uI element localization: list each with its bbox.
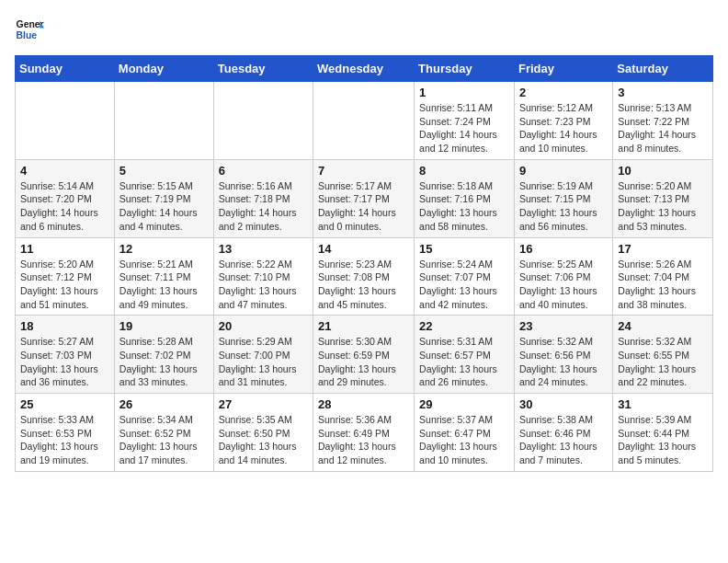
day-number: 20 <box>219 319 308 333</box>
day-number: 8 <box>419 164 509 178</box>
day-cell <box>16 82 115 160</box>
day-info: Sunrise: 5:32 AM Sunset: 6:55 PM Dayligh… <box>618 335 708 389</box>
day-number: 19 <box>119 319 209 333</box>
day-info: Sunrise: 5:36 AM Sunset: 6:49 PM Dayligh… <box>318 413 409 467</box>
day-info: Sunrise: 5:39 AM Sunset: 6:44 PM Dayligh… <box>618 413 708 467</box>
day-info: Sunrise: 5:26 AM Sunset: 7:04 PM Dayligh… <box>618 258 708 312</box>
day-number: 1 <box>419 86 509 99</box>
page-header: General Blue <box>15 15 713 44</box>
day-number: 15 <box>419 242 509 256</box>
day-number: 4 <box>20 164 109 178</box>
day-cell: 22Sunrise: 5:31 AM Sunset: 6:57 PM Dayli… <box>415 316 515 394</box>
day-info: Sunrise: 5:30 AM Sunset: 6:59 PM Dayligh… <box>318 335 409 389</box>
day-number: 28 <box>318 397 409 411</box>
day-cell: 13Sunrise: 5:22 AM Sunset: 7:10 PM Dayli… <box>213 237 313 316</box>
day-cell: 25Sunrise: 5:33 AM Sunset: 6:53 PM Dayli… <box>16 394 115 472</box>
day-number: 7 <box>318 164 409 178</box>
day-cell: 30Sunrise: 5:38 AM Sunset: 6:46 PM Dayli… <box>514 394 612 472</box>
day-info: Sunrise: 5:38 AM Sunset: 6:46 PM Dayligh… <box>519 413 608 467</box>
day-info: Sunrise: 5:21 AM Sunset: 7:11 PM Dayligh… <box>119 258 209 312</box>
weekday-header-friday: Friday <box>514 56 612 82</box>
day-info: Sunrise: 5:24 AM Sunset: 7:07 PM Dayligh… <box>419 258 509 312</box>
day-info: Sunrise: 5:35 AM Sunset: 6:50 PM Dayligh… <box>219 413 308 467</box>
day-number: 31 <box>618 397 708 411</box>
day-cell: 9Sunrise: 5:19 AM Sunset: 7:15 PM Daylig… <box>514 159 612 237</box>
day-number: 5 <box>119 164 209 178</box>
day-cell: 4Sunrise: 5:14 AM Sunset: 7:20 PM Daylig… <box>16 159 115 237</box>
day-info: Sunrise: 5:28 AM Sunset: 7:02 PM Dayligh… <box>119 335 209 389</box>
day-info: Sunrise: 5:34 AM Sunset: 6:52 PM Dayligh… <box>119 413 209 467</box>
logo: General Blue <box>15 15 48 44</box>
weekday-header-saturday: Saturday <box>613 56 713 82</box>
day-info: Sunrise: 5:13 AM Sunset: 7:22 PM Dayligh… <box>618 101 708 155</box>
weekday-header-monday: Monday <box>114 56 213 82</box>
day-cell: 20Sunrise: 5:29 AM Sunset: 7:00 PM Dayli… <box>213 316 313 394</box>
day-cell <box>114 82 213 160</box>
day-number: 18 <box>20 319 109 333</box>
day-info: Sunrise: 5:22 AM Sunset: 7:10 PM Dayligh… <box>219 258 308 312</box>
week-row-1: 1Sunrise: 5:11 AM Sunset: 7:24 PM Daylig… <box>16 82 713 160</box>
day-cell: 12Sunrise: 5:21 AM Sunset: 7:11 PM Dayli… <box>114 237 213 316</box>
day-number: 26 <box>119 397 209 411</box>
day-info: Sunrise: 5:32 AM Sunset: 6:56 PM Dayligh… <box>519 335 608 389</box>
day-info: Sunrise: 5:11 AM Sunset: 7:24 PM Dayligh… <box>419 101 509 155</box>
day-info: Sunrise: 5:15 AM Sunset: 7:19 PM Dayligh… <box>119 179 209 234</box>
day-info: Sunrise: 5:16 AM Sunset: 7:18 PM Dayligh… <box>219 179 308 234</box>
day-cell: 1Sunrise: 5:11 AM Sunset: 7:24 PM Daylig… <box>415 82 515 160</box>
day-number: 10 <box>618 164 708 178</box>
day-cell: 24Sunrise: 5:32 AM Sunset: 6:55 PM Dayli… <box>613 316 713 394</box>
day-cell: 23Sunrise: 5:32 AM Sunset: 6:56 PM Dayli… <box>514 316 612 394</box>
logo-icon: General Blue <box>15 15 44 44</box>
day-number: 21 <box>318 319 409 333</box>
day-info: Sunrise: 5:20 AM Sunset: 7:13 PM Dayligh… <box>618 179 708 234</box>
day-number: 9 <box>519 164 608 178</box>
weekday-header-wednesday: Wednesday <box>313 56 415 82</box>
day-cell: 31Sunrise: 5:39 AM Sunset: 6:44 PM Dayli… <box>613 394 713 472</box>
day-cell: 11Sunrise: 5:20 AM Sunset: 7:12 PM Dayli… <box>16 237 115 316</box>
day-cell: 15Sunrise: 5:24 AM Sunset: 7:07 PM Dayli… <box>415 237 515 316</box>
day-cell: 5Sunrise: 5:15 AM Sunset: 7:19 PM Daylig… <box>114 159 213 237</box>
day-cell: 18Sunrise: 5:27 AM Sunset: 7:03 PM Dayli… <box>16 316 115 394</box>
week-row-5: 25Sunrise: 5:33 AM Sunset: 6:53 PM Dayli… <box>16 394 713 472</box>
day-cell: 16Sunrise: 5:25 AM Sunset: 7:06 PM Dayli… <box>514 237 612 316</box>
day-cell <box>313 82 415 160</box>
day-number: 16 <box>519 242 608 256</box>
weekday-header-row: SundayMondayTuesdayWednesdayThursdayFrid… <box>16 56 713 82</box>
week-row-2: 4Sunrise: 5:14 AM Sunset: 7:20 PM Daylig… <box>16 159 713 237</box>
day-number: 22 <box>419 319 509 333</box>
day-cell: 26Sunrise: 5:34 AM Sunset: 6:52 PM Dayli… <box>114 394 213 472</box>
day-cell: 28Sunrise: 5:36 AM Sunset: 6:49 PM Dayli… <box>313 394 415 472</box>
day-cell <box>213 82 313 160</box>
day-number: 14 <box>318 242 409 256</box>
day-cell: 19Sunrise: 5:28 AM Sunset: 7:02 PM Dayli… <box>114 316 213 394</box>
day-cell: 14Sunrise: 5:23 AM Sunset: 7:08 PM Dayli… <box>313 237 415 316</box>
day-number: 12 <box>119 242 209 256</box>
day-info: Sunrise: 5:14 AM Sunset: 7:20 PM Dayligh… <box>20 179 109 234</box>
day-cell: 10Sunrise: 5:20 AM Sunset: 7:13 PM Dayli… <box>613 159 713 237</box>
day-cell: 29Sunrise: 5:37 AM Sunset: 6:47 PM Dayli… <box>415 394 515 472</box>
day-info: Sunrise: 5:12 AM Sunset: 7:23 PM Dayligh… <box>519 101 608 155</box>
day-info: Sunrise: 5:31 AM Sunset: 6:57 PM Dayligh… <box>419 335 509 389</box>
weekday-header-thursday: Thursday <box>415 56 515 82</box>
day-info: Sunrise: 5:33 AM Sunset: 6:53 PM Dayligh… <box>20 413 109 467</box>
svg-text:Blue: Blue <box>17 30 38 40</box>
day-number: 13 <box>219 242 308 256</box>
day-number: 23 <box>519 319 608 333</box>
day-info: Sunrise: 5:18 AM Sunset: 7:16 PM Dayligh… <box>419 179 509 234</box>
day-number: 29 <box>419 397 509 411</box>
day-number: 11 <box>20 242 109 256</box>
day-cell: 2Sunrise: 5:12 AM Sunset: 7:23 PM Daylig… <box>514 82 612 160</box>
day-cell: 27Sunrise: 5:35 AM Sunset: 6:50 PM Dayli… <box>213 394 313 472</box>
day-number: 6 <box>219 164 308 178</box>
day-cell: 7Sunrise: 5:17 AM Sunset: 7:17 PM Daylig… <box>313 159 415 237</box>
week-row-4: 18Sunrise: 5:27 AM Sunset: 7:03 PM Dayli… <box>16 316 713 394</box>
day-info: Sunrise: 5:20 AM Sunset: 7:12 PM Dayligh… <box>20 258 109 312</box>
day-cell: 8Sunrise: 5:18 AM Sunset: 7:16 PM Daylig… <box>415 159 515 237</box>
day-cell: 6Sunrise: 5:16 AM Sunset: 7:18 PM Daylig… <box>213 159 313 237</box>
day-number: 30 <box>519 397 608 411</box>
day-info: Sunrise: 5:19 AM Sunset: 7:15 PM Dayligh… <box>519 179 608 234</box>
week-row-3: 11Sunrise: 5:20 AM Sunset: 7:12 PM Dayli… <box>16 237 713 316</box>
day-info: Sunrise: 5:37 AM Sunset: 6:47 PM Dayligh… <box>419 413 509 467</box>
weekday-header-sunday: Sunday <box>16 56 115 82</box>
day-info: Sunrise: 5:17 AM Sunset: 7:17 PM Dayligh… <box>318 179 409 234</box>
